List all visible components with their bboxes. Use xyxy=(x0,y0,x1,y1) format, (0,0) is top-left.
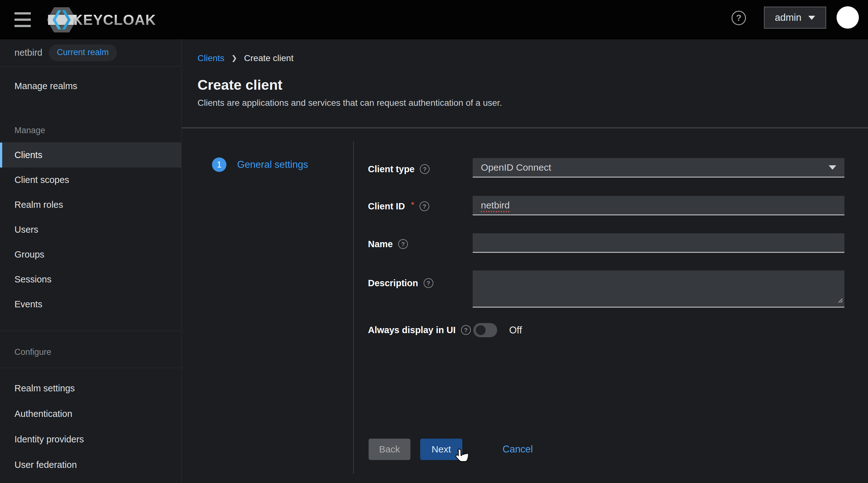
sidebar-group-configure-list: Realm settings Authentication Identity p… xyxy=(0,368,181,478)
cancel-link[interactable]: Cancel xyxy=(502,438,533,460)
description-label: Description xyxy=(368,278,418,288)
sidebar-item-manage-realms[interactable]: Manage realms xyxy=(0,74,181,98)
chevron-down-icon xyxy=(808,16,815,20)
back-button[interactable]: Back xyxy=(369,438,410,460)
create-client-wizard: 1 General settings Client type ? OpenID … xyxy=(182,130,868,483)
caret-down-icon xyxy=(829,165,836,170)
sidebar-group-manage: Manage xyxy=(0,121,181,143)
help-glyph: ? xyxy=(423,166,427,173)
question-circle-icon[interactable]: ? xyxy=(461,325,471,335)
required-asterisk: * xyxy=(411,200,414,210)
masthead: KEYCLOAK ? admin xyxy=(0,0,868,39)
sidebar-item-authentication[interactable]: Authentication xyxy=(0,401,181,427)
user-menu-label: admin xyxy=(775,12,801,23)
client-id-label-row: Client ID * ? xyxy=(368,201,429,211)
client-type-value: OpenID Connect xyxy=(481,162,551,173)
realm-selector: netbird Current realm xyxy=(0,39,181,66)
question-circle-icon[interactable]: ? xyxy=(420,164,430,174)
client-id-input[interactable]: netbird xyxy=(473,196,844,216)
name-label: Name xyxy=(368,239,393,249)
avatar[interactable] xyxy=(837,6,859,29)
question-circle-icon[interactable]: ? xyxy=(420,201,429,211)
always-display-toggle[interactable] xyxy=(473,323,497,337)
sidebar-item-identity-providers[interactable]: Identity providers xyxy=(0,427,181,452)
chevron-right-icon: ❯ xyxy=(231,53,237,64)
toggle-knob xyxy=(476,325,486,335)
sidebar-item-sessions[interactable]: Sessions xyxy=(0,267,181,292)
client-type-label-row: Client type ? xyxy=(368,164,430,174)
breadcrumb: Clients ❯ Create client xyxy=(197,53,868,64)
next-button[interactable]: Next xyxy=(420,438,462,460)
hamburger-bar xyxy=(14,12,31,15)
hamburger-bar xyxy=(14,25,31,27)
wizard-step-general-settings[interactable]: 1 General settings xyxy=(212,158,308,172)
hamburger-icon[interactable] xyxy=(14,12,31,27)
brand-text: KEYCLOAK xyxy=(72,11,156,28)
client-id-value: netbird xyxy=(481,200,510,211)
breadcrumb-clients-link[interactable]: Clients xyxy=(197,53,224,64)
sidebar-group-configure: Configure xyxy=(0,331,181,368)
toggle-state-text: Off xyxy=(509,323,522,337)
step-number-badge: 1 xyxy=(212,158,226,172)
divider xyxy=(353,141,354,474)
step-label: General settings xyxy=(237,159,308,170)
description-label-row: Description ? xyxy=(368,278,433,288)
page-title: Create client xyxy=(197,77,868,93)
always-display-label-row: Always display in UI ? xyxy=(368,325,471,335)
page-subtitle: Clients are applications and services th… xyxy=(197,97,868,108)
help-glyph: ? xyxy=(464,326,468,334)
sidebar-item-groups[interactable]: Groups xyxy=(0,242,181,267)
help-glyph: ? xyxy=(736,13,741,23)
breadcrumb-current: Create client xyxy=(244,53,293,64)
sidebar-item-realm-settings[interactable]: Realm settings xyxy=(0,376,181,401)
sidebar: netbird Current realm Manage realms Mana… xyxy=(0,39,182,483)
name-field xyxy=(473,233,844,253)
name-input[interactable] xyxy=(481,237,836,248)
client-id-label: Client ID xyxy=(368,201,405,211)
always-display-label: Always display in UI xyxy=(368,325,456,335)
sidebar-item-events[interactable]: Events xyxy=(0,292,181,317)
name-label-row: Name ? xyxy=(368,239,408,249)
hamburger-bar xyxy=(14,19,31,21)
page-header: Clients ❯ Create client Create client Cl… xyxy=(182,39,868,129)
general-settings-form: Client type ? OpenID Connect Client ID *… xyxy=(368,130,844,483)
realm-name: netbird xyxy=(14,48,42,58)
resize-handle-icon[interactable] xyxy=(835,295,843,306)
sidebar-item-user-federation[interactable]: User federation xyxy=(0,452,181,478)
description-textarea[interactable] xyxy=(473,271,844,308)
help-glyph: ? xyxy=(423,203,427,210)
help-icon[interactable]: ? xyxy=(732,11,746,25)
sidebar-group-configure-section: Configure Realm settings Authentication … xyxy=(0,331,181,478)
client-type-select[interactable]: OpenID Connect xyxy=(473,158,844,177)
question-circle-icon[interactable]: ? xyxy=(398,239,408,249)
client-type-label: Client type xyxy=(368,164,414,174)
question-circle-icon[interactable]: ? xyxy=(424,278,433,288)
help-glyph: ? xyxy=(401,240,405,248)
current-realm-badge[interactable]: Current realm xyxy=(49,45,117,61)
user-menu-dropdown[interactable]: admin xyxy=(764,7,826,29)
sidebar-item-clients[interactable]: Clients xyxy=(0,143,181,168)
sidebar-group-manage-list: Clients Client scopes Realm roles Users … xyxy=(0,143,181,317)
sidebar-item-users[interactable]: Users xyxy=(0,217,181,242)
sidebar-item-realm-roles[interactable]: Realm roles xyxy=(0,192,181,217)
sidebar-item-client-scopes[interactable]: Client scopes xyxy=(0,168,181,192)
help-glyph: ? xyxy=(427,280,430,286)
keycloak-logo[interactable]: KEYCLOAK xyxy=(46,0,156,39)
